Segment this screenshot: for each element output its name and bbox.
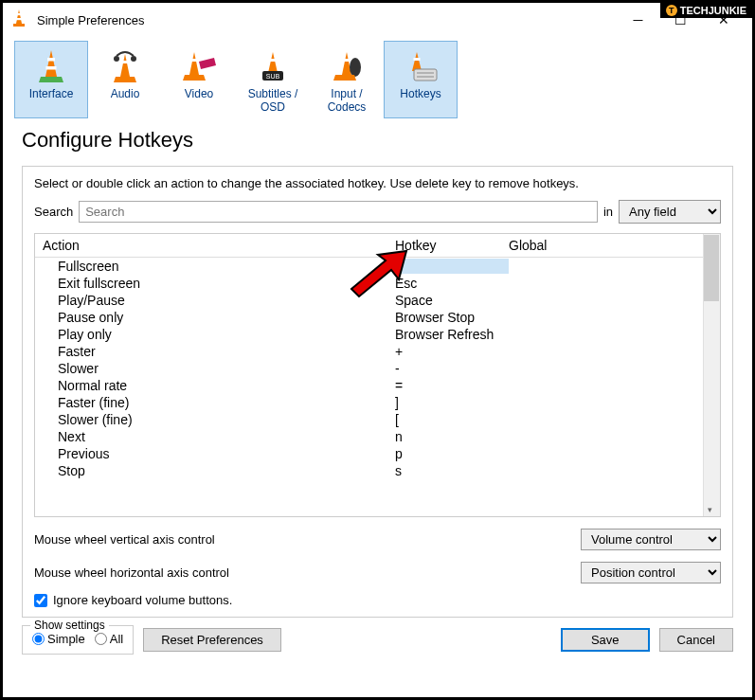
reset-button[interactable]: Reset Preferences [143,628,281,652]
svg-rect-0 [17,13,21,15]
tab-interface[interactable]: Interface [14,41,88,118]
svg-point-13 [350,58,361,77]
cell-global [509,293,720,308]
table-row[interactable]: Normal rate= [35,377,720,394]
search-input[interactable] [79,201,598,223]
cell-hotkey: n [395,429,509,444]
mouse-horz-dropdown[interactable]: Position control [581,562,721,583]
mouse-vert-dropdown[interactable]: Volume control [581,529,721,550]
instruction-text: Select or double click an action to chan… [34,176,721,190]
cell-action: Exit fullscreen [35,276,395,291]
svg-rect-1 [16,18,22,20]
page-title: Configure Hotkeys [22,128,733,153]
cell-hotkey: Esc [395,276,509,291]
tab-input-codecs[interactable]: Input / Codecs [310,41,384,118]
minimize-button[interactable]: ─ [617,7,659,33]
cell-hotkey: s [395,463,509,478]
cell-hotkey: [ [395,412,509,427]
svg-point-6 [114,56,119,62]
cell-global [509,412,720,427]
column-hotkey[interactable]: Hotkey [395,238,509,253]
table-row[interactable]: Slower (fine)[ [35,411,720,428]
mouse-horz-label: Mouse wheel horizontal axis control [34,565,581,580]
svg-rect-4 [46,66,57,70]
titlebar: Simple Preferences ─ ☐ ✕ [3,3,752,37]
table-row[interactable]: Fullscreen0 [35,258,720,275]
cell-action: Previous [35,446,395,461]
tab-subtitles[interactable]: SUB Subtitles / OSD [236,41,310,118]
table-row[interactable]: Play/PauseSpace [35,292,720,309]
table-row[interactable]: Stops [35,462,720,479]
svg-text:SUB: SUB [266,73,280,80]
tab-hotkeys[interactable]: Hotkeys [384,41,458,118]
table-row[interactable]: Faster+ [35,343,720,360]
window-title: Simple Preferences [37,13,617,27]
svg-point-7 [131,56,136,62]
table-row[interactable]: Pause onlyBrowser Stop [35,309,720,326]
table-row[interactable]: Faster (fine)] [35,394,720,411]
table-row[interactable]: Previousp [35,445,720,462]
column-global[interactable]: Global [509,238,720,253]
ignore-kb-checkbox[interactable] [34,594,47,607]
tab-audio[interactable]: Audio [88,41,162,118]
cell-action: Play/Pause [35,293,395,308]
cell-global [509,259,720,274]
table-row[interactable]: Slower- [35,360,720,377]
cell-global [509,276,720,291]
cell-action: Stop [35,463,395,478]
subtitles-cone-icon: SUB [239,45,307,87]
cell-action: Faster (fine) [35,395,395,410]
cell-hotkey: = [395,378,509,393]
category-toolbar: Interface Audio Video SUB Subtitles / OS… [3,37,752,126]
cell-action: Slower [35,361,395,376]
cell-hotkey: p [395,446,509,461]
cell-hotkey: ] [395,395,509,410]
tab-video[interactable]: Video [162,41,236,118]
hotkey-table: Action Hotkey Global Fullscreen0Exit ful… [34,233,721,517]
svg-rect-3 [47,58,55,62]
svg-rect-14 [414,58,421,61]
mouse-vert-label: Mouse wheel vertical axis control [34,532,581,547]
interface-cone-icon [17,45,85,87]
search-label: Search [34,205,73,219]
radio-simple[interactable]: Simple [32,632,85,646]
svg-rect-12 [344,59,351,62]
watermark: TTECHJUNKIE [660,3,752,18]
cell-action: Fullscreen [35,259,395,274]
table-row[interactable]: Nextn [35,428,720,445]
column-action[interactable]: Action [35,238,395,253]
cell-global [509,344,720,359]
svg-rect-8 [191,59,198,62]
table-row[interactable]: Play onlyBrowser Refresh [35,326,720,343]
cancel-button[interactable]: Cancel [659,628,733,652]
scrollbar[interactable] [703,234,720,516]
cell-action: Normal rate [35,378,395,393]
cell-action: Faster [35,344,395,359]
vlc-cone-icon [10,9,29,31]
cell-global [509,429,720,444]
svg-rect-15 [414,69,437,81]
cell-global [509,395,720,410]
cell-hotkey: Browser Stop [395,310,509,325]
svg-rect-9 [270,59,277,62]
cell-hotkey: + [395,344,509,359]
cell-hotkey: Browser Refresh [395,327,509,342]
cell-global [509,327,720,342]
ignore-kb-label: Ignore keyboard volume buttons. [53,593,232,607]
table-row[interactable]: Exit fullscreenEsc [35,275,720,292]
save-button[interactable]: Save [561,628,650,652]
in-label: in [603,205,613,219]
cell-hotkey: - [395,361,509,376]
hotkeys-panel: Select or double click an action to chan… [22,166,733,618]
headphones-cone-icon [91,45,159,87]
cell-action: Play only [35,327,395,342]
radio-all[interactable]: All [95,632,123,646]
field-dropdown[interactable]: Any field [619,200,721,224]
cell-action: Pause only [35,310,395,325]
cell-global [509,310,720,325]
cell-action: Slower (fine) [35,412,395,427]
cell-hotkey: 0 [395,259,509,274]
cell-global [509,361,720,376]
cell-action: Next [35,429,395,444]
cell-global [509,446,720,461]
